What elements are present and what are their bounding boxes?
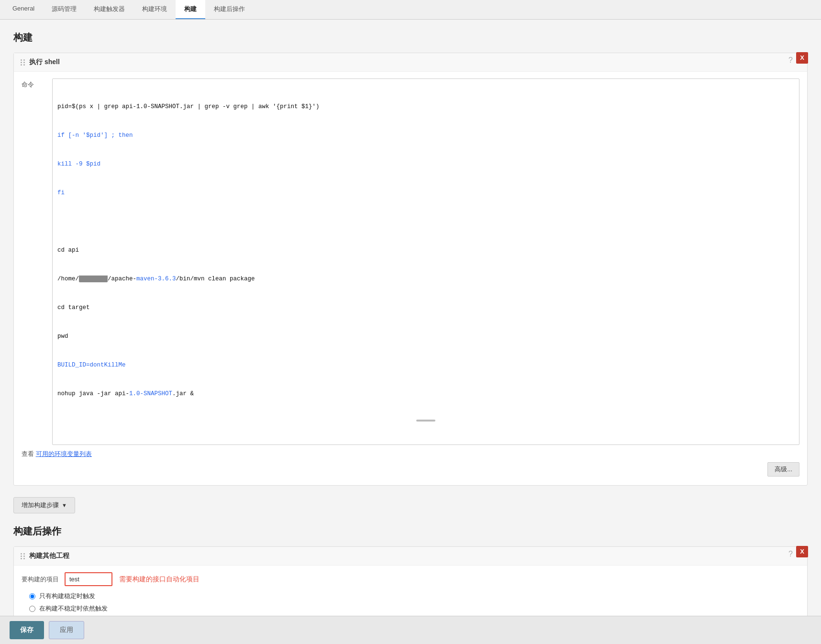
env-link-row: 查看 可用的环境变量列表 <box>22 450 799 458</box>
drag-dot <box>21 558 22 559</box>
code-line-8: cd target <box>57 303 794 312</box>
env-variables-link[interactable]: 可用的环境变量列表 <box>36 450 92 457</box>
command-label: 命令 <box>22 78 46 89</box>
project-hint: 需要构建的接口自动化项目 <box>119 575 200 584</box>
drag-dot <box>21 62 22 63</box>
build-other-help-icon[interactable]: ? <box>788 550 793 558</box>
build-other-close-button[interactable]: X <box>796 546 808 557</box>
code-line-2: if [-n '$pid'] ; then <box>57 131 794 140</box>
build-other-drag-handle[interactable] <box>21 553 25 559</box>
shell-close-button[interactable]: X <box>796 52 808 64</box>
command-row: 命令 pid=$(ps x | grep api-1.0-SNAPSHOT.ja… <box>22 78 799 445</box>
shell-card-body: 命令 pid=$(ps x | grep api-1.0-SNAPSHOT.ja… <box>14 72 807 485</box>
project-name-input[interactable] <box>65 572 112 586</box>
drag-dot <box>23 553 25 555</box>
code-line-10: BUILD_ID=dontKillMe <box>57 360 794 370</box>
shell-card-title: 执行 shell <box>29 58 60 67</box>
add-step-label: 增加构建步骤 <box>22 501 59 510</box>
scrollbar-indicator <box>416 420 435 422</box>
tab-source[interactable]: 源码管理 <box>43 0 85 19</box>
build-other-card-title: 构建其他工程 <box>29 552 69 560</box>
drag-dot <box>21 64 22 66</box>
tab-bar: General 源码管理 构建触发器 构建环境 构建 构建后操作 <box>0 0 821 20</box>
radio-stable-label: 只有构建稳定时触发 <box>39 592 95 600</box>
drag-dot <box>23 62 25 63</box>
tab-post[interactable]: 构建后操作 <box>205 0 254 19</box>
tab-trigger[interactable]: 构建触发器 <box>85 0 133 19</box>
radio-row-unstable: 在构建不稳定时依然触发 <box>29 604 799 613</box>
code-line-9: pwd <box>57 332 794 341</box>
advanced-button[interactable]: 高级... <box>767 462 799 477</box>
build-section-title: 构建 <box>13 31 808 44</box>
main-content: 构建 X ? 执行 shell 命令 pid=$(ps x | <box>0 20 821 644</box>
project-label: 要构建的项目 <box>22 575 59 584</box>
tab-build[interactable]: 构建 <box>176 0 205 19</box>
add-build-step-button[interactable]: 增加构建步骤 ▼ <box>13 497 75 513</box>
tab-env[interactable]: 构建环境 <box>133 0 176 19</box>
drag-dot <box>23 555 25 557</box>
apply-button[interactable]: 应用 <box>49 621 84 639</box>
code-line-4: fi <box>57 188 794 198</box>
code-line-11: nohup java -jar api-1.0-SNAPSHOT.jar & <box>57 389 794 399</box>
code-line-5 <box>57 217 794 226</box>
code-line-3: kill -9 $pid <box>57 159 794 169</box>
drag-handle[interactable] <box>21 59 25 66</box>
dropdown-arrow-icon: ▼ <box>62 502 67 508</box>
bottom-bar: 保存 应用 <box>0 616 821 644</box>
shell-card-header: 执行 shell <box>14 53 807 72</box>
env-link-prefix: 查看 <box>22 450 36 457</box>
build-other-card-header: 构建其他工程 <box>14 547 807 566</box>
drag-dot <box>23 558 25 559</box>
shell-help-icon[interactable]: ? <box>788 56 793 65</box>
drag-dot <box>23 59 25 61</box>
shell-code-editor[interactable]: pid=$(ps x | grep api-1.0-SNAPSHOT.jar |… <box>52 78 799 445</box>
radio-unstable[interactable] <box>29 606 35 612</box>
shell-card: X ? 执行 shell 命令 pid=$(ps x | grep api-1.… <box>13 53 808 486</box>
code-line-1: pid=$(ps x | grep api-1.0-SNAPSHOT.jar |… <box>57 102 794 111</box>
radio-stable[interactable] <box>29 593 35 600</box>
advanced-row: 高级... <box>22 458 799 478</box>
post-section-title: 构建后操作 <box>13 525 808 538</box>
radio-row-stable: 只有构建稳定时触发 <box>29 592 799 600</box>
drag-dot <box>21 59 22 61</box>
drag-dot <box>21 553 22 555</box>
tab-general[interactable]: General <box>4 0 43 19</box>
save-button[interactable]: 保存 <box>10 621 44 639</box>
code-line-6: cd api <box>57 245 794 255</box>
drag-dot <box>23 64 25 66</box>
project-input-row: 要构建的项目 需要构建的接口自动化项目 <box>22 572 799 586</box>
drag-dot <box>21 555 22 557</box>
code-line-7: /home/████████/apache-maven-3.6.3/bin/mv… <box>57 274 794 284</box>
radio-unstable-label: 在构建不稳定时依然触发 <box>39 604 108 613</box>
